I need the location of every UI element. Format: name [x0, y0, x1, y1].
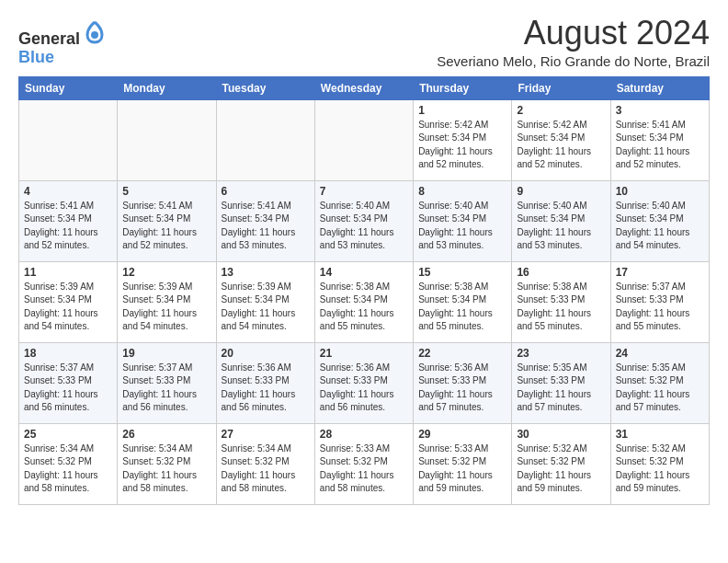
day-number: 13	[222, 266, 310, 279]
day-number: 28	[320, 428, 408, 441]
calendar-week-row: 11Sunrise: 5:39 AM Sunset: 5:34 PM Dayli…	[19, 261, 710, 342]
header-monday: Monday	[118, 76, 216, 99]
table-row: 26Sunrise: 5:34 AM Sunset: 5:32 PM Dayli…	[118, 423, 216, 504]
table-row: 30Sunrise: 5:32 AM Sunset: 5:32 PM Dayli…	[512, 423, 610, 504]
day-info: Sunrise: 5:33 AM Sunset: 5:32 PM Dayligh…	[320, 442, 408, 496]
table-row: 25Sunrise: 5:34 AM Sunset: 5:32 PM Dayli…	[19, 423, 118, 504]
day-number: 22	[418, 347, 506, 360]
table-row	[216, 99, 314, 180]
table-row: 4Sunrise: 5:41 AM Sunset: 5:34 PM Daylig…	[19, 180, 118, 261]
day-info: Sunrise: 5:40 AM Sunset: 5:34 PM Dayligh…	[616, 200, 704, 253]
day-number: 5	[122, 185, 210, 198]
day-number: 12	[122, 266, 210, 279]
day-info: Sunrise: 5:36 AM Sunset: 5:33 PM Dayligh…	[222, 362, 310, 415]
table-row	[118, 99, 216, 180]
table-row: 19Sunrise: 5:37 AM Sunset: 5:33 PM Dayli…	[118, 342, 216, 423]
table-row: 28Sunrise: 5:33 AM Sunset: 5:32 PM Dayli…	[314, 423, 413, 504]
table-row: 22Sunrise: 5:36 AM Sunset: 5:33 PM Dayli…	[414, 342, 512, 423]
day-number: 1	[418, 104, 506, 117]
day-number: 27	[222, 428, 310, 441]
calendar-header-row: Sunday Monday Tuesday Wednesday Thursday…	[19, 76, 710, 99]
table-row: 12Sunrise: 5:39 AM Sunset: 5:34 PM Dayli…	[118, 261, 216, 342]
day-number: 24	[616, 347, 704, 360]
day-number: 2	[517, 104, 605, 117]
table-row: 16Sunrise: 5:38 AM Sunset: 5:33 PM Dayli…	[512, 261, 610, 342]
table-row: 5Sunrise: 5:41 AM Sunset: 5:34 PM Daylig…	[118, 180, 216, 261]
table-row: 17Sunrise: 5:37 AM Sunset: 5:33 PM Dayli…	[610, 261, 709, 342]
day-info: Sunrise: 5:38 AM Sunset: 5:33 PM Dayligh…	[517, 281, 605, 334]
table-row: 8Sunrise: 5:40 AM Sunset: 5:34 PM Daylig…	[414, 180, 512, 261]
day-info: Sunrise: 5:38 AM Sunset: 5:34 PM Dayligh…	[320, 281, 408, 334]
day-info: Sunrise: 5:40 AM Sunset: 5:34 PM Dayligh…	[320, 200, 408, 253]
day-number: 16	[517, 266, 605, 279]
table-row	[19, 99, 118, 180]
day-info: Sunrise: 5:36 AM Sunset: 5:33 PM Dayligh…	[320, 362, 408, 415]
day-info: Sunrise: 5:32 AM Sunset: 5:32 PM Dayligh…	[616, 442, 704, 496]
day-number: 30	[517, 428, 605, 441]
table-row: 11Sunrise: 5:39 AM Sunset: 5:34 PM Dayli…	[19, 261, 118, 342]
day-info: Sunrise: 5:32 AM Sunset: 5:32 PM Dayligh…	[517, 442, 605, 496]
logo-general: General	[18, 29, 80, 48]
logo-icon	[82, 18, 108, 44]
table-row: 2Sunrise: 5:42 AM Sunset: 5:34 PM Daylig…	[512, 99, 610, 180]
svg-point-0	[91, 31, 98, 39]
day-number: 8	[418, 185, 506, 198]
table-row: 21Sunrise: 5:36 AM Sunset: 5:33 PM Dayli…	[314, 342, 413, 423]
calendar-week-row: 25Sunrise: 5:34 AM Sunset: 5:32 PM Dayli…	[19, 423, 710, 504]
day-number: 25	[24, 428, 112, 441]
month-title: August 2024	[437, 15, 710, 52]
table-row: 29Sunrise: 5:33 AM Sunset: 5:32 PM Dayli…	[414, 423, 512, 504]
title-block: August 2024 Severiano Melo, Rio Grande d…	[437, 15, 710, 69]
day-info: Sunrise: 5:41 AM Sunset: 5:34 PM Dayligh…	[24, 200, 112, 253]
table-row: 3Sunrise: 5:41 AM Sunset: 5:34 PM Daylig…	[610, 99, 709, 180]
day-number: 19	[122, 347, 210, 360]
day-info: Sunrise: 5:42 AM Sunset: 5:34 PM Dayligh…	[418, 119, 506, 172]
location-subtitle: Severiano Melo, Rio Grande do Norte, Bra…	[437, 53, 710, 69]
day-number: 29	[418, 428, 506, 441]
calendar-week-row: 18Sunrise: 5:37 AM Sunset: 5:33 PM Dayli…	[19, 342, 710, 423]
logo: General Blue	[18, 18, 108, 67]
day-info: Sunrise: 5:39 AM Sunset: 5:34 PM Dayligh…	[222, 281, 310, 334]
day-number: 3	[616, 104, 704, 117]
day-number: 23	[517, 347, 605, 360]
day-number: 4	[24, 185, 112, 198]
table-row: 7Sunrise: 5:40 AM Sunset: 5:34 PM Daylig…	[314, 180, 413, 261]
day-info: Sunrise: 5:40 AM Sunset: 5:34 PM Dayligh…	[418, 200, 506, 253]
table-row: 10Sunrise: 5:40 AM Sunset: 5:34 PM Dayli…	[610, 180, 709, 261]
day-number: 9	[517, 185, 605, 198]
day-info: Sunrise: 5:42 AM Sunset: 5:34 PM Dayligh…	[517, 119, 605, 172]
table-row: 24Sunrise: 5:35 AM Sunset: 5:32 PM Dayli…	[610, 342, 709, 423]
table-row: 9Sunrise: 5:40 AM Sunset: 5:34 PM Daylig…	[512, 180, 610, 261]
logo-blue: Blue	[18, 48, 54, 66]
day-number: 18	[24, 347, 112, 360]
day-number: 17	[616, 266, 704, 279]
day-number: 20	[222, 347, 310, 360]
day-info: Sunrise: 5:37 AM Sunset: 5:33 PM Dayligh…	[24, 362, 112, 415]
day-info: Sunrise: 5:38 AM Sunset: 5:34 PM Dayligh…	[418, 281, 506, 334]
day-info: Sunrise: 5:41 AM Sunset: 5:34 PM Dayligh…	[222, 200, 310, 253]
table-row: 20Sunrise: 5:36 AM Sunset: 5:33 PM Dayli…	[216, 342, 314, 423]
day-number: 15	[418, 266, 506, 279]
day-number: 21	[320, 347, 408, 360]
day-info: Sunrise: 5:41 AM Sunset: 5:34 PM Dayligh…	[616, 119, 704, 172]
calendar-week-row: 1Sunrise: 5:42 AM Sunset: 5:34 PM Daylig…	[19, 99, 710, 180]
calendar-week-row: 4Sunrise: 5:41 AM Sunset: 5:34 PM Daylig…	[19, 180, 710, 261]
day-info: Sunrise: 5:35 AM Sunset: 5:32 PM Dayligh…	[616, 362, 704, 415]
calendar-table: Sunday Monday Tuesday Wednesday Thursday…	[18, 76, 710, 505]
day-info: Sunrise: 5:34 AM Sunset: 5:32 PM Dayligh…	[122, 442, 210, 496]
day-info: Sunrise: 5:34 AM Sunset: 5:32 PM Dayligh…	[24, 442, 112, 496]
day-number: 14	[320, 266, 408, 279]
table-row: 6Sunrise: 5:41 AM Sunset: 5:34 PM Daylig…	[216, 180, 314, 261]
day-number: 7	[320, 185, 408, 198]
header-sunday: Sunday	[19, 76, 118, 99]
day-info: Sunrise: 5:40 AM Sunset: 5:34 PM Dayligh…	[517, 200, 605, 253]
day-number: 10	[616, 185, 704, 198]
header-tuesday: Tuesday	[216, 76, 314, 99]
day-info: Sunrise: 5:35 AM Sunset: 5:33 PM Dayligh…	[517, 362, 605, 415]
day-info: Sunrise: 5:37 AM Sunset: 5:33 PM Dayligh…	[616, 281, 704, 334]
day-info: Sunrise: 5:39 AM Sunset: 5:34 PM Dayligh…	[122, 281, 210, 334]
header-thursday: Thursday	[414, 76, 512, 99]
page-header: General Blue August 2024 Severiano Melo,…	[18, 15, 710, 69]
day-info: Sunrise: 5:36 AM Sunset: 5:33 PM Dayligh…	[418, 362, 506, 415]
day-info: Sunrise: 5:34 AM Sunset: 5:32 PM Dayligh…	[222, 442, 310, 496]
